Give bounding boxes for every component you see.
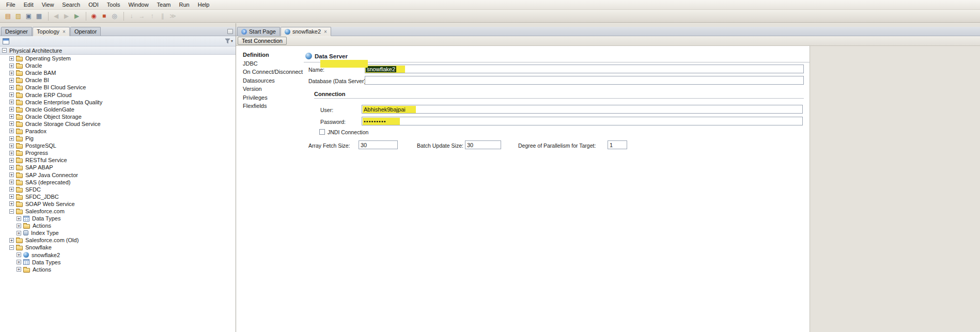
tree-item-oracle-enterprise-data-quality[interactable]: +Oracle Enterprise Data Quality — [0, 99, 236, 106]
tree-item-oracle-goldengate[interactable]: +Oracle GoldenGate — [0, 106, 236, 113]
expand-icon[interactable]: + — [9, 151, 14, 155]
menu-item-view[interactable]: View — [38, 1, 58, 9]
expand-icon[interactable]: + — [9, 114, 14, 119]
expand-icon[interactable]: + — [17, 224, 21, 228]
collapse-icon[interactable]: − — [9, 209, 14, 214]
expand-icon[interactable]: + — [9, 56, 14, 61]
nav-item-flexfields[interactable]: Flexfields — [236, 102, 304, 110]
expand-icon[interactable]: + — [9, 92, 14, 97]
tree-item-snowflake[interactable]: −Snowflake — [0, 244, 236, 251]
trace-icon[interactable]: ◎ — [110, 11, 119, 21]
nav-item-definition[interactable]: Definition — [236, 51, 304, 59]
expand-icon[interactable]: + — [9, 100, 14, 104]
nav-item-datasources[interactable]: Datasources — [236, 76, 304, 85]
expand-icon[interactable]: + — [9, 187, 14, 192]
name-field[interactable]: snowflake2 — [365, 65, 804, 73]
expand-icon[interactable]: + — [9, 238, 14, 243]
filter-icon[interactable]: ▾ — [225, 38, 233, 44]
jndi-checkbox[interactable] — [319, 129, 325, 135]
debug-icon[interactable]: ◉ — [89, 11, 99, 21]
expand-icon[interactable]: + — [9, 107, 14, 112]
expand-icon[interactable]: + — [9, 71, 14, 75]
new-icon[interactable]: ▤ — [3, 11, 13, 21]
tree-item-index-type[interactable]: +Index Type — [0, 229, 236, 236]
tree-item-sap-java-connector[interactable]: +SAP Java Connector — [0, 171, 236, 179]
tree-item-oracle-bam[interactable]: +Oracle BAM — [0, 69, 236, 76]
back-icon[interactable]: ◀ — [51, 11, 61, 21]
step-into-icon[interactable]: ↓ — [127, 11, 136, 21]
collapse-icon[interactable]: − — [2, 48, 7, 53]
tree-item-salesforce-com-old[interactable]: +Salesforce.com (Old) — [0, 236, 236, 244]
tree-item-sas-deprecated[interactable]: +SAS (deprecated) — [0, 179, 236, 186]
nav-item-privileges[interactable]: Privileges — [236, 93, 304, 102]
expand-icon[interactable]: + — [9, 85, 14, 90]
tree-item-operating-system[interactable]: +Operating System — [0, 55, 236, 62]
expand-icon[interactable]: + — [17, 252, 21, 257]
collapse-icon[interactable]: − — [9, 245, 14, 250]
forward-icon[interactable]: ▶ — [61, 11, 71, 21]
array-fetch-field[interactable]: 30 — [359, 140, 398, 149]
tab-snowflake2[interactable]: snowflake2× — [281, 27, 331, 36]
step-over-icon[interactable]: → — [137, 11, 147, 21]
tree-item-oracle-bi[interactable]: +Oracle BI — [0, 76, 236, 84]
run-icon[interactable]: ▶ — [72, 11, 82, 21]
nav-item-version[interactable]: Version — [236, 85, 304, 93]
tree-item-progress[interactable]: +Progress — [0, 149, 236, 156]
expand-icon[interactable]: + — [9, 121, 14, 126]
tree-item-oracle[interactable]: +Oracle — [0, 62, 236, 69]
resume-icon[interactable]: ≫ — [168, 11, 178, 21]
expand-icon[interactable]: + — [17, 267, 21, 272]
tree-item-oracle-erp-cloud[interactable]: +Oracle ERP Cloud — [0, 91, 236, 98]
expand-icon[interactable]: + — [9, 194, 14, 199]
open-icon[interactable]: ▨ — [13, 11, 23, 21]
expand-icon[interactable]: + — [9, 129, 14, 133]
stop-icon[interactable]: ■ — [99, 11, 109, 21]
menu-item-window[interactable]: Window — [124, 1, 152, 9]
database-field[interactable] — [365, 76, 804, 85]
menu-item-odi[interactable]: ODI — [84, 1, 103, 9]
expand-icon[interactable]: + — [9, 180, 14, 184]
user-field[interactable]: Abhishek9bajpai — [362, 105, 803, 114]
tree-item-sfdc-jdbc[interactable]: +SFDC_JDBC — [0, 193, 236, 200]
tree-item-oracle-object-storage[interactable]: +Oracle Object Storage — [0, 113, 236, 120]
tree-item-soap-web-service[interactable]: +SOAP Web Service — [0, 200, 236, 208]
save-icon[interactable]: ▣ — [24, 11, 34, 21]
step-return-icon[interactable]: ↑ — [147, 11, 157, 21]
tab-group-icon[interactable] — [227, 29, 233, 34]
save-all-icon[interactable]: ▦ — [34, 11, 44, 21]
tab-operator[interactable]: Operator — [70, 27, 101, 36]
expand-icon[interactable]: + — [9, 136, 14, 141]
expand-icon[interactable]: + — [9, 64, 14, 68]
tree-item-postgresql[interactable]: +PostgreSQL — [0, 142, 236, 149]
tab-start-page[interactable]: ?Start Page — [237, 27, 280, 36]
menu-item-edit[interactable]: Edit — [20, 1, 38, 9]
pause-icon[interactable]: ∥ — [158, 11, 167, 21]
menu-item-run[interactable]: Run — [175, 1, 194, 9]
tree-item-oracle-bi-cloud-service[interactable]: +Oracle BI Cloud Service — [0, 84, 236, 91]
close-tab-icon[interactable]: × — [63, 29, 66, 35]
expand-icon[interactable]: + — [9, 172, 14, 177]
expand-icon[interactable]: + — [9, 165, 14, 170]
tree-item-sfdc[interactable]: +SFDC — [0, 186, 236, 193]
menu-item-tools[interactable]: Tools — [103, 1, 125, 9]
parallelism-field[interactable]: 1 — [608, 140, 627, 149]
tree-item-snowflake2[interactable]: +snowflake2 — [0, 251, 236, 259]
tree-item-actions[interactable]: +Actions — [0, 222, 236, 229]
test-connection-button[interactable]: Test Connection — [238, 37, 287, 45]
menu-item-help[interactable]: Help — [194, 1, 214, 9]
tree-item-sap-abap[interactable]: +SAP ABAP — [0, 164, 236, 171]
tree-item-actions[interactable]: +Actions — [0, 266, 236, 273]
tree-item-restful-service[interactable]: +RESTful Service — [0, 156, 236, 164]
menu-item-file[interactable]: File — [2, 1, 20, 9]
batch-update-field[interactable]: 30 — [465, 140, 501, 149]
expand-icon[interactable]: + — [9, 144, 14, 148]
nav-item-on-connect-disconnect[interactable]: On Connect/Disconnect — [236, 68, 304, 76]
tree-item-oracle-storage-cloud-service[interactable]: +Oracle Storage Cloud Service — [0, 120, 236, 128]
tree-item-pig[interactable]: +Pig — [0, 135, 236, 142]
close-tab-icon[interactable]: × — [324, 29, 327, 35]
expand-icon[interactable]: + — [9, 201, 14, 206]
password-field[interactable]: ••••••••• — [362, 117, 803, 125]
expand-icon[interactable]: + — [17, 216, 21, 221]
menu-item-team[interactable]: Team — [153, 1, 175, 9]
connect-repository-icon[interactable] — [3, 38, 9, 44]
